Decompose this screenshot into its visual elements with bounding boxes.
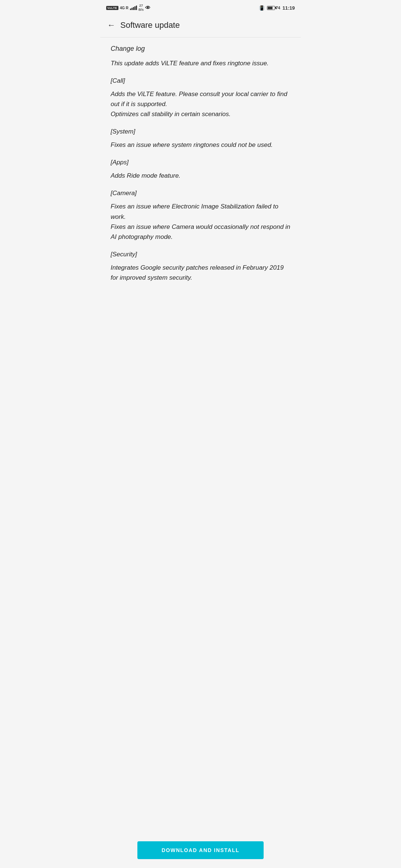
changelog-title: Change log (111, 45, 290, 53)
status-left: VoLTE 4G R 27 B/s 👁 (106, 4, 150, 12)
signal-bars (130, 6, 137, 10)
section-header-1: [System] (111, 128, 290, 135)
eye-icon: 👁 (145, 5, 150, 11)
section-header-4: [Security] (111, 251, 290, 258)
vibrate-icon: 📳 (259, 5, 265, 11)
section-content-3: Fixes an issue where Electronic Image St… (111, 201, 290, 242)
bar5 (136, 6, 137, 10)
network-type: 4G R (120, 6, 128, 10)
back-arrow-icon: ← (107, 20, 115, 30)
section-content-0: Adds the ViLTE feature. Please consult y… (111, 89, 290, 119)
page-title: Software update (120, 20, 180, 30)
data-speed: 27 B/s (138, 4, 144, 12)
section-content-1: Fixes an issue where system ringtones co… (111, 140, 290, 150)
battery-percent: 74 (276, 6, 280, 10)
section-content-4: Integrates Google security patches relea… (111, 263, 290, 283)
sections-container: [Call]Adds the ViLTE feature. Please con… (111, 77, 290, 283)
bottom-bar: DOWNLOAD AND INSTALL (100, 835, 301, 868)
clock: 11:19 (283, 5, 295, 11)
status-right: 📳 74 11:19 (259, 5, 295, 11)
section-header-3: [Camera] (111, 190, 290, 197)
download-install-button[interactable]: DOWNLOAD AND INSTALL (137, 841, 264, 859)
section-header-2: [Apps] (111, 159, 290, 166)
section-header-0: [Call] (111, 77, 290, 85)
section-content-2: Adds Ride mode feature. (111, 171, 290, 181)
content-area: Change log This update adds ViLTE featur… (100, 37, 301, 329)
back-button[interactable]: ← (104, 18, 119, 33)
bar3 (133, 7, 134, 10)
status-bar: VoLTE 4G R 27 B/s 👁 📳 74 11:19 (100, 0, 301, 15)
volte-badge: VoLTE (106, 6, 118, 10)
top-bar: ← Software update (100, 15, 301, 37)
update-intro: This update adds ViLTE feature and fixes… (111, 59, 290, 68)
bar1 (130, 9, 131, 10)
battery-container: 74 (267, 6, 280, 10)
bar2 (131, 8, 133, 10)
bar4 (134, 6, 136, 10)
battery-fill (268, 7, 273, 9)
battery-icon (267, 6, 275, 10)
